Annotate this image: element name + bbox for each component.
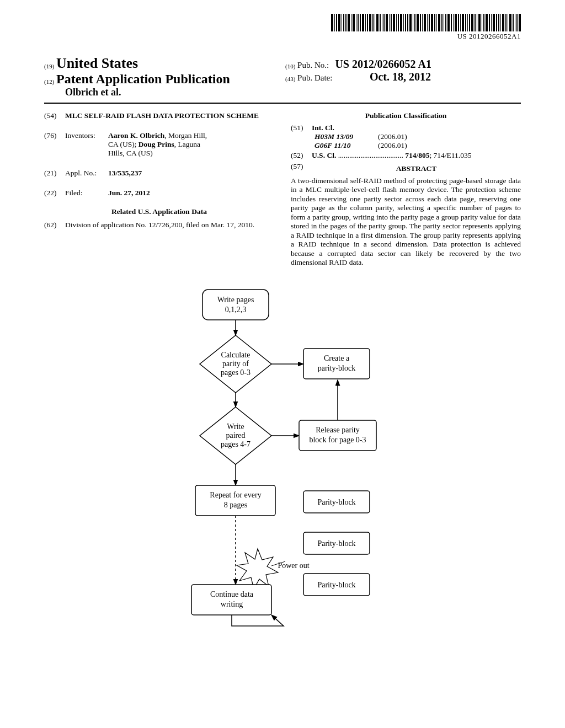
uscl-primary: 714/805 xyxy=(405,151,429,159)
flow-n10-l1: Continue data xyxy=(210,590,254,598)
flow-n1-l2: 0,1,2,3 xyxy=(225,306,247,314)
classification-heading: Publication Classification xyxy=(291,111,521,120)
division-text: Division of application No. 12/726,200, … xyxy=(65,221,274,229)
flow-power-out: Power out xyxy=(278,561,309,570)
invention-title: MLC SELF-RAID FLASH DATA PROTECTION SCHE… xyxy=(65,111,274,120)
flow-n8: Parity-block xyxy=(317,539,355,548)
barcode-block: US 20120266052A1 xyxy=(331,14,521,41)
inid-21: (21) xyxy=(44,169,65,178)
flow-n4-l2: paired xyxy=(226,431,246,440)
intcl-year-1: (2006.01) xyxy=(378,141,407,150)
flow-n6-l2: 8 pages xyxy=(224,501,247,509)
svg-marker-14 xyxy=(237,549,278,589)
inid-76: (76) xyxy=(44,131,65,158)
abstract-heading: ABSTRACT xyxy=(312,164,521,173)
inventors-value: Aaron K. Olbrich, Morgan Hill, CA (US); … xyxy=(108,131,274,158)
flow-n10-l2: writing xyxy=(221,600,243,608)
flow-n2-l1: Calculate xyxy=(221,351,250,359)
inid-43: (43) xyxy=(285,76,295,82)
biblio-left-col: (54) MLC SELF-RAID FLASH DATA PROTECTION… xyxy=(44,111,274,267)
bibliographic-block: (54) MLC SELF-RAID FLASH DATA PROTECTION… xyxy=(44,111,521,267)
flow-n2-l2: parity of xyxy=(222,360,249,368)
inid-57: (57) xyxy=(291,162,312,175)
svg-rect-0 xyxy=(202,290,269,320)
flow-n5-l2: block for page 0-3 xyxy=(309,436,366,444)
biblio-right-col: Publication Classification (51) Int. Cl.… xyxy=(291,111,521,267)
inid-54: (54) xyxy=(44,111,65,120)
inid-10: (10) xyxy=(285,63,295,69)
intcl-year-0: (2006.01) xyxy=(378,132,407,141)
pubdate-value: Oct. 18, 2012 xyxy=(370,71,431,83)
flow-n2-l3: pages 0-3 xyxy=(221,368,250,377)
uscl-label: U.S. Cl. xyxy=(312,151,336,159)
header-block: (19) United States (12) Patent Applicati… xyxy=(44,41,521,104)
flow-n1-l1: Write pages xyxy=(217,296,254,304)
flow-n6-l1: Repeat for every xyxy=(210,491,261,499)
author-line: Olbrich et al. xyxy=(65,87,280,98)
barcode-graphic xyxy=(331,14,521,31)
flow-n3-l2: parity-block xyxy=(318,364,355,372)
intcl-code-1: G06F 11/10 xyxy=(312,141,378,150)
intcl-label: Int. Cl. xyxy=(312,124,521,132)
inid-19: (19) xyxy=(44,63,54,69)
inid-22: (22) xyxy=(44,189,65,197)
inid-51: (51) xyxy=(291,124,312,150)
abstract-text: A two-dimensional self-RAID method of pr… xyxy=(291,176,521,267)
figure-flowchart: Write pages 0,1,2,3 Calculate parity of … xyxy=(44,287,521,662)
publication-type: Patent Application Publication xyxy=(56,72,230,86)
flow-n4-l3: pages 4-7 xyxy=(221,440,250,448)
flow-n9: Parity-block xyxy=(317,581,355,589)
related-data-heading: Related U.S. Application Data xyxy=(44,207,274,216)
country: United States xyxy=(56,55,138,71)
pubno-value: US 2012/0266052 A1 xyxy=(335,58,431,70)
filed-label: Filed: xyxy=(65,189,108,197)
pubno-label: Pub. No.: xyxy=(297,61,329,69)
flow-n7: Parity-block xyxy=(317,498,355,506)
barcode-text: US 20120266052A1 xyxy=(331,32,521,41)
inventors-label: Inventors: xyxy=(65,131,108,158)
applno-value: 13/535,237 xyxy=(108,169,274,178)
inid-62: (62) xyxy=(44,221,65,229)
applno-label: Appl. No.: xyxy=(65,169,108,178)
flow-n4-l1: Write xyxy=(227,422,244,431)
pubdate-label: Pub. Date: xyxy=(297,73,332,82)
filed-value: Jun. 27, 2012 xyxy=(108,189,274,197)
inid-12: (12) xyxy=(44,78,54,85)
flow-n5-l1: Release parity xyxy=(316,426,360,434)
uscl-dots: ................................... xyxy=(336,151,405,159)
inid-52: (52) xyxy=(291,151,312,160)
flow-n3-l1: Create a xyxy=(324,354,350,362)
intcl-code-0: H03M 13/09 xyxy=(312,132,378,141)
uscl-rest: ; 714/E11.035 xyxy=(429,151,471,159)
